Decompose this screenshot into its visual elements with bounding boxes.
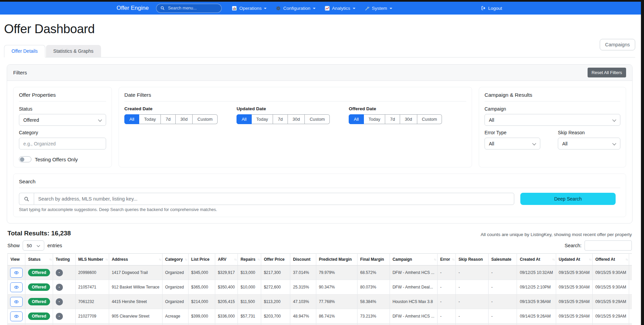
campaign-label: Campaign: [485, 106, 620, 112]
page-size-select[interactable]: 50: [23, 240, 44, 251]
category-input[interactable]: [19, 138, 106, 149]
date-range-custom-button[interactable]: Custom: [417, 114, 442, 124]
column-header-category[interactable]: Category↑↓: [162, 254, 188, 265]
cell-offer-price: $217,300: [261, 265, 290, 280]
cell-address: 905 Clearview Street: [109, 309, 162, 324]
nav-item-label: Operations: [239, 6, 262, 11]
cell-salesmate: -: [489, 295, 517, 309]
column-header-campaign[interactable]: Campaign↑↓: [390, 254, 437, 265]
cell-listing-created: 07/22/25 11:: [629, 295, 632, 309]
nav-item-operations[interactable]: Operations: [232, 6, 267, 11]
date-range-all-button[interactable]: All: [124, 114, 139, 124]
date-range-7d-button[interactable]: 7d: [273, 114, 288, 124]
sort-icon: ↑↓: [552, 258, 555, 261]
date-range-today-button[interactable]: Today: [252, 114, 273, 124]
filters-header-label: Filters: [13, 70, 27, 75]
category-label: Category: [19, 130, 106, 135]
cell-list-price: $355,000: [188, 324, 215, 325]
column-header-offered-at[interactable]: Offered At↑↓: [592, 254, 629, 265]
deep-search-button[interactable]: Deep Search: [520, 193, 616, 205]
date-range-30d-button[interactable]: 30d: [176, 114, 193, 124]
column-label: Final Margin: [360, 257, 384, 262]
nav-item-configuration[interactable]: Configuration: [276, 6, 315, 11]
show-label: Show: [7, 243, 20, 248]
column-header-address[interactable]: Address↑↓: [109, 254, 162, 265]
cell-error: -: [437, 295, 455, 309]
view-offer-button[interactable]: [10, 297, 23, 307]
skip-reason-select[interactable]: All: [558, 138, 620, 149]
deep-search-input[interactable]: [34, 193, 514, 205]
divider: [19, 188, 620, 188]
date-group-label: Created Date: [124, 106, 218, 111]
cell-error: -: [437, 265, 455, 280]
menu-search-input[interactable]: [167, 5, 217, 11]
column-header-arv[interactable]: ARV↑↓: [215, 254, 238, 265]
cell-category: Organized: [162, 324, 188, 325]
column-label: Predicted Margin: [319, 257, 352, 262]
date-range-custom-button[interactable]: Custom: [193, 114, 218, 124]
date-range-30d-button[interactable]: 30d: [288, 114, 305, 124]
filters-card-header: Filters Reset All Filters: [7, 65, 632, 81]
testing-badge: -: [56, 269, 63, 276]
brand-logo[interactable]: Offer Engine: [117, 5, 149, 11]
column-header-discount: Discount: [290, 254, 316, 265]
cell-repairs: $57,731: [238, 309, 261, 324]
column-header-status[interactable]: Status↑↓: [25, 254, 53, 265]
date-range-today-button[interactable]: Today: [139, 114, 161, 124]
column-label: List Price: [191, 257, 209, 262]
cell-repairs: $10,000: [238, 324, 261, 325]
date-range-7d-button[interactable]: 7d: [385, 114, 400, 124]
chevron-down-icon: [390, 8, 392, 9]
testing-cell: -: [53, 324, 75, 325]
column-header-error[interactable]: Error↑↓: [437, 254, 455, 265]
testing-offers-toggle[interactable]: [19, 156, 31, 162]
cell-repairs: $10,000: [238, 280, 261, 295]
date-range-7d-button[interactable]: 7d: [161, 114, 175, 124]
date-range-all-button[interactable]: All: [237, 114, 251, 124]
window-frame-top: [0, 0, 644, 2]
tab-statistics-graphs[interactable]: Statistics & Graphs: [46, 45, 101, 57]
view-offer-button[interactable]: [10, 311, 23, 321]
cell-list-price: $399,000: [188, 309, 215, 324]
column-header-repairs[interactable]: Repairs↑↓: [238, 254, 261, 265]
cell-campaign: DFW - Amherst HCS ...: [390, 309, 437, 324]
logout-button[interactable]: Logout: [481, 6, 502, 11]
view-offer-button[interactable]: [10, 282, 23, 292]
cell-skip-reason: -: [456, 324, 489, 325]
date-range-all-button[interactable]: All: [349, 114, 364, 124]
chevron-down-icon: [313, 8, 316, 9]
column-header-view: View: [8, 254, 25, 265]
date-range-button-group: AllToday7d30dCustom: [349, 114, 442, 124]
table-search-input[interactable]: [585, 240, 632, 251]
error-type-select[interactable]: All: [485, 138, 540, 149]
reset-all-filters-button[interactable]: Reset All Filters: [588, 68, 626, 77]
cell-campaign: DFW - Amherst HCS ...: [390, 265, 437, 280]
cell-list-price: $345,000: [188, 265, 215, 280]
column-header-created-at[interactable]: Created At↑↓: [517, 254, 556, 265]
date-range-30d-button[interactable]: 30d: [400, 114, 417, 124]
window-frame-right: [641, 0, 644, 325]
column-label: Address: [112, 257, 128, 262]
status-select[interactable]: Offered: [19, 114, 106, 126]
cell-campaign: DFW - Amherst Deal...: [390, 324, 437, 325]
offers-table: ViewStatus↑↓TestingMLS Number↑↓Address↑↓…: [7, 253, 632, 325]
table-search-group: Search:: [565, 240, 632, 251]
line-chart-icon: [325, 6, 330, 11]
column-label: Offer Price: [264, 257, 284, 262]
campaign-select[interactable]: All: [485, 114, 620, 126]
column-header-updated-at[interactable]: Updated At↑↓: [556, 254, 592, 265]
date-range-today-button[interactable]: Today: [364, 114, 386, 124]
date-range-custom-button[interactable]: Custom: [305, 114, 330, 124]
column-header-mls-number[interactable]: MLS Number↑↓: [75, 254, 109, 265]
campaigns-button[interactable]: Campaigns: [600, 39, 635, 50]
tab-offer-details[interactable]: Offer Details: [4, 45, 45, 57]
nav-item-analytics[interactable]: Analytics: [325, 6, 355, 11]
nav-item-system[interactable]: System: [365, 6, 392, 11]
cell-category: Organized: [162, 265, 188, 280]
view-offer-button[interactable]: [10, 268, 23, 278]
campaign-results-panel: Campaign & Results Campaign All Error Ty…: [479, 87, 626, 167]
cell-address: 1417 Dogwood Trail: [109, 265, 162, 280]
table-row: Offered-70612324415 Hershe StreetOrganiz…: [8, 295, 632, 309]
table-row: Offered-210570351709 Northampton DriveOr…: [8, 324, 632, 325]
cell-listing-created: 09/12/25 12:: [629, 280, 632, 295]
